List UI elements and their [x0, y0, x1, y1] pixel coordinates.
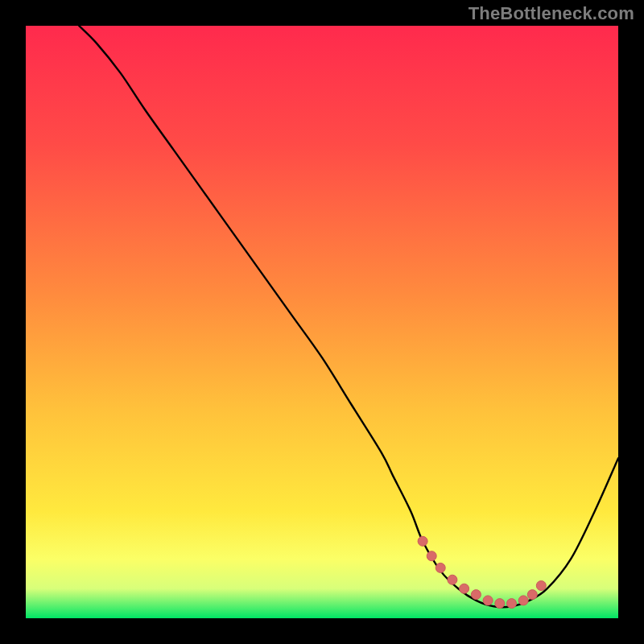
- attribution-text: TheBottleneck.com: [469, 3, 634, 24]
- bottleneck-curve: [26, 26, 618, 618]
- optimal-marker: [460, 584, 469, 593]
- optimal-marker: [418, 536, 427, 546]
- optimal-marker: [527, 590, 537, 600]
- optimal-marker: [471, 590, 481, 600]
- optimal-marker: [536, 581, 546, 591]
- plot-area: [26, 26, 618, 618]
- optimal-marker: [427, 551, 436, 561]
- optimal-marker: [507, 599, 517, 609]
- optimal-marker: [436, 563, 445, 572]
- optimal-marker: [448, 575, 457, 584]
- chart-frame: TheBottleneck.com: [0, 0, 644, 644]
- optimal-marker: [495, 599, 505, 609]
- optimal-marker: [518, 596, 528, 605]
- optimal-marker: [483, 596, 493, 605]
